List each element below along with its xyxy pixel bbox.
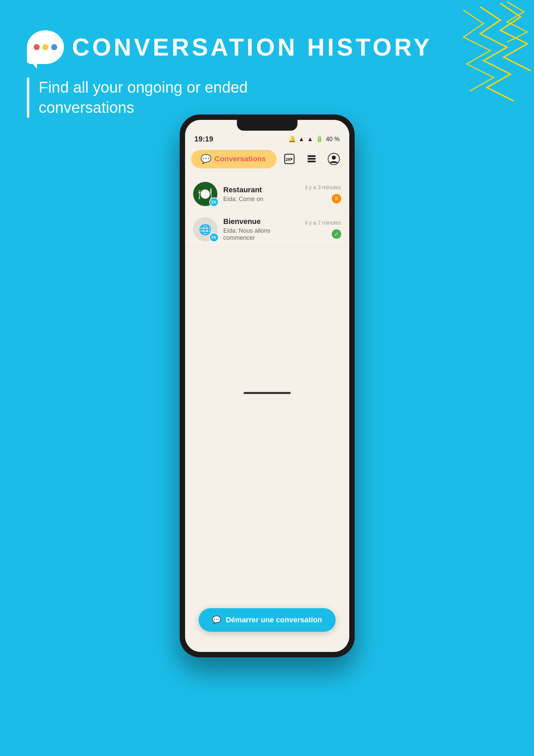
avatar-wrapper-bienvenue: 🌐 FR (193, 217, 217, 241)
conv-name-bienvenue: Bienvenue (223, 217, 299, 226)
phone-mockup: 19:19 🔔 ▲ ▲ 🔋 40 % 💬 Conversations (180, 114, 355, 657)
fab-label: Démarrer une conversation (226, 616, 322, 624)
subtitle-block: Find all your ongoing or ended conversat… (27, 77, 432, 118)
fab-icon: 💬 (212, 616, 221, 624)
dot-red (34, 44, 40, 50)
conversations-icon: 💬 (201, 154, 211, 164)
nav-btn-2k[interactable]: 2K (280, 150, 299, 168)
wifi-icon: ▲ (298, 136, 305, 143)
phone-outer: 19:19 🔔 ▲ ▲ 🔋 40 % 💬 Conversations (180, 114, 355, 657)
app-nav: 💬 Conversations 2K (185, 146, 349, 172)
title-row: CONVERSATION HISTORY (27, 30, 432, 64)
nav-tab-conversations[interactable]: 💬 Conversations (191, 150, 277, 168)
conversations-tab-label: Conversations (215, 155, 266, 163)
svg-rect-2 (308, 155, 316, 157)
signal-icon: ▲ (307, 136, 313, 143)
conv-content-bienvenue: Bienvenue Eida: Nous allons commencer (223, 217, 299, 241)
conv-meta-bienvenue: il y a 7 minutes ✓ (305, 220, 341, 239)
lang-badge-en: EN (209, 197, 219, 207)
status-icons: 🔔 ▲ ▲ 🔋 40 % (288, 135, 340, 143)
conv-preview-restaurant: Eida: Come on (223, 196, 299, 203)
conversation-item-restaurant[interactable]: 🍽️ EN Restaurant Eida: Come on il y a 3 … (185, 176, 349, 212)
notification-icon: 🔔 (288, 135, 296, 143)
phone-notch (237, 120, 297, 131)
conv-name-restaurant: Restaurant (223, 186, 299, 194)
header-section: CONVERSATION HISTORY Find all your ongoi… (27, 30, 432, 118)
subtitle-text: Find all your ongoing or ended conversat… (39, 77, 268, 118)
conv-status-bienvenue: ✓ (332, 229, 341, 239)
conversation-item-bienvenue[interactable]: 🌐 FR Bienvenue Eida: Nous allons commenc… (185, 212, 349, 247)
conversation-list: 🍽️ EN Restaurant Eida: Come on il y a 3 … (185, 172, 349, 252)
dot-yellow (42, 44, 48, 50)
conv-status-restaurant: ⏸ (332, 194, 341, 203)
nav-btn-profile[interactable] (324, 150, 343, 168)
conv-time-bienvenue: il y a 7 minutes (305, 220, 341, 226)
svg-rect-4 (308, 161, 316, 162)
page-title: CONVERSATION HISTORY (72, 33, 432, 61)
status-time: 19:19 (194, 135, 213, 143)
subtitle-bar (27, 77, 29, 118)
fab-container: 💬 Démarrer une conversation (199, 608, 335, 632)
chat-bubble-icon (27, 30, 64, 64)
conv-meta-restaurant: il y a 3 minutes ⏸ (305, 185, 341, 203)
battery-percent: 40 % (326, 136, 340, 143)
dot-blue (51, 44, 57, 50)
lang-badge-fr: FR (209, 233, 219, 242)
bienvenue-avatar-icon: 🌐 (199, 224, 211, 235)
svg-text:2K: 2K (286, 157, 291, 162)
nav-btn-layers[interactable] (302, 150, 321, 168)
home-indicator (244, 392, 291, 394)
phone-screen: 19:19 🔔 ▲ ▲ 🔋 40 % 💬 Conversations (185, 120, 349, 652)
start-conversation-button[interactable]: 💬 Démarrer une conversation (199, 608, 335, 632)
conv-content-restaurant: Restaurant Eida: Come on (223, 186, 299, 203)
battery-icon: 🔋 (316, 135, 323, 143)
svg-rect-3 (308, 158, 316, 160)
svg-point-6 (332, 156, 336, 160)
conv-time-restaurant: il y a 3 minutes (305, 185, 341, 191)
avatar-wrapper-restaurant: 🍽️ EN (193, 182, 217, 206)
conv-preview-bienvenue: Eida: Nous allons commencer (223, 227, 299, 241)
